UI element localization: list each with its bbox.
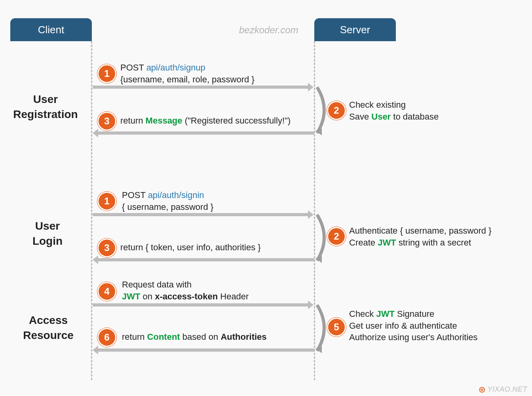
arrow-signup-right [93, 86, 308, 89]
res6-badge: 6 [97, 328, 116, 347]
res4-badge: 4 [97, 282, 116, 301]
step3-badge: 3 [97, 112, 116, 131]
login3-badge: 3 [97, 238, 116, 257]
arrow-signup-left [98, 131, 314, 135]
section-user-registration: User Registration [12, 92, 79, 122]
arrow-signin-right [93, 213, 308, 216]
footer-logo-text: YIXAO.NET [487, 385, 527, 393]
step3-text: return Message ("Registered successfully… [120, 115, 291, 127]
arrow-signin-left [98, 258, 314, 261]
footer-logo: ◎ YIXAO.NET [479, 385, 527, 394]
server-lifeline [314, 41, 315, 380]
step2-text: Check existing Save User to database [349, 99, 439, 122]
res6-text: return Content based on Authorities [122, 331, 267, 343]
section-user-login: User Login [24, 219, 71, 249]
section-access-resource: Access Resource [17, 313, 80, 343]
arrow-resource-left [98, 348, 314, 352]
watermark: bezkoder.com [239, 25, 298, 36]
login1-badge: 1 [97, 192, 116, 211]
login2-badge: 2 [327, 227, 346, 246]
client-lifeline [91, 41, 92, 380]
participant-client: Client [10, 18, 92, 41]
res5-badge: 5 [327, 318, 346, 337]
res4-text: Request data with JWT on x-access-token … [122, 279, 249, 302]
login2-text: Authenticate { username, password } Crea… [349, 225, 492, 248]
step2-badge: 2 [327, 101, 346, 120]
res5-text: Check JWT Signature Get user info & auth… [349, 308, 478, 343]
login1-text: POST api/auth/signin { username, passwor… [122, 189, 213, 213]
step1-badge: 1 [97, 64, 116, 83]
login3-text: return { token, user info, authorities } [120, 242, 261, 253]
footer-logo-icon: ◎ [479, 385, 486, 393]
participant-server: Server [314, 18, 396, 41]
step1-text: POST api/auth/signup {username, email, r… [120, 62, 255, 85]
arrow-resource-right [93, 303, 308, 307]
